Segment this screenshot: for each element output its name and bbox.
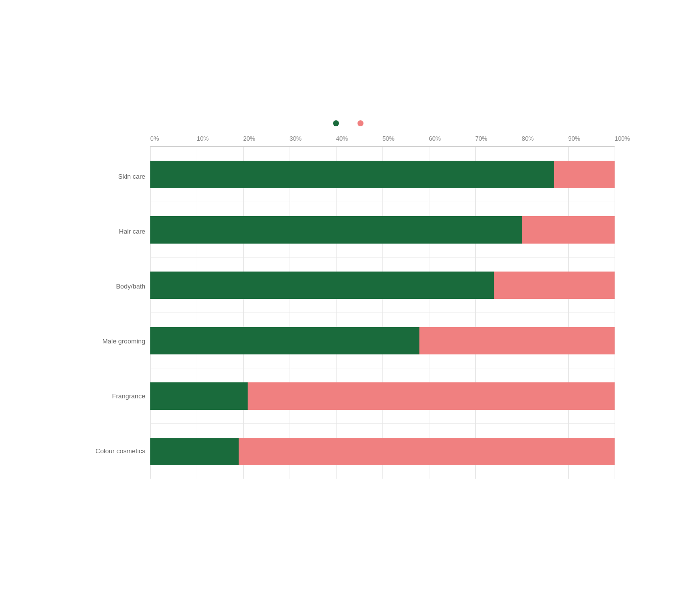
y-label: Frangrance bbox=[85, 369, 145, 424]
bar-segment-grow bbox=[150, 327, 419, 354]
bar-segment-grow bbox=[150, 161, 554, 188]
bar-segment-grow bbox=[150, 272, 494, 299]
bars-area bbox=[150, 147, 615, 479]
bar-row bbox=[150, 258, 615, 312]
plot-area: 0%10%20%30%40%50%60%70%80%90%100% bbox=[150, 135, 615, 479]
bar-row bbox=[150, 147, 615, 202]
legend-grow-fastest bbox=[333, 120, 343, 126]
bar-segment-grow bbox=[150, 216, 522, 244]
grow-fastest-dot bbox=[333, 120, 339, 126]
y-label: Colour cosmetics bbox=[85, 424, 145, 479]
bar-segment-struggle bbox=[494, 272, 615, 299]
legend-struggle-most bbox=[357, 120, 367, 126]
bar-segment-grow bbox=[150, 382, 248, 410]
y-label: Hair care bbox=[85, 204, 145, 259]
y-label: Skin care bbox=[85, 149, 145, 204]
bar-segment-grow bbox=[150, 438, 239, 465]
grid-line bbox=[615, 147, 615, 479]
bar-segment-struggle bbox=[239, 438, 615, 465]
struggle-most-dot bbox=[357, 120, 363, 126]
bar-row bbox=[150, 368, 615, 423]
bar-segment-struggle bbox=[522, 216, 615, 244]
bar-row bbox=[150, 313, 615, 368]
bar-row bbox=[150, 202, 615, 257]
y-labels: Skin careHair careBody/bathMale grooming… bbox=[85, 135, 150, 479]
bar-segment-struggle bbox=[554, 161, 615, 188]
bar-row bbox=[150, 424, 615, 479]
chart-container: Skin careHair careBody/bathMale grooming… bbox=[75, 105, 625, 494]
legend bbox=[85, 120, 615, 126]
bar-segment-struggle bbox=[248, 382, 615, 410]
chart-area: Skin careHair careBody/bathMale grooming… bbox=[85, 135, 615, 479]
y-label: Body/bath bbox=[85, 259, 145, 314]
x-axis: 0%10%20%30%40%50%60%70%80%90%100% bbox=[150, 135, 615, 147]
bars-container bbox=[150, 147, 615, 479]
bar-segment-struggle bbox=[419, 327, 615, 354]
y-label: Male grooming bbox=[85, 314, 145, 369]
